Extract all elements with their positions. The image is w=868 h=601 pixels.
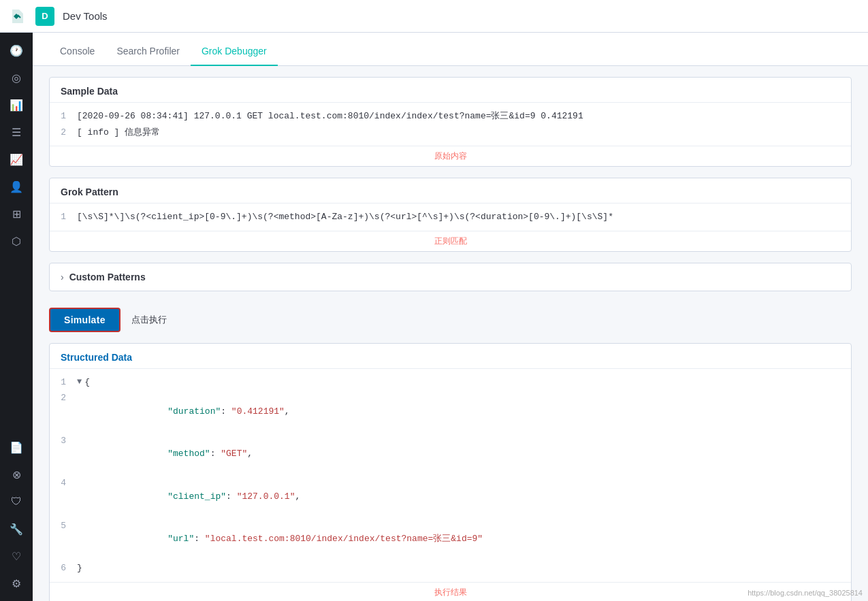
structured-line-4: 4 "client_ip": "127.0.0.1",	[50, 475, 851, 518]
simulate-section: Simulate 点击执行	[49, 302, 852, 343]
sidebar-icon-shield[interactable]: 🛡	[4, 489, 29, 514]
simulate-button[interactable]: Simulate	[49, 308, 120, 332]
chevron-right-icon: ›	[61, 272, 64, 282]
custom-patterns-card: › Custom Patterns	[49, 263, 852, 291]
custom-patterns-label: Custom Patterns	[69, 272, 146, 282]
content-area: Console Search Profiler Grok Debugger Sa…	[33, 33, 868, 601]
structured-data-header: Structured Data	[50, 344, 851, 368]
app-title: Dev Tools	[63, 10, 108, 22]
topbar: D Dev Tools	[0, 0, 868, 33]
simulate-hint: 点击执行	[131, 314, 167, 326]
structured-line-3: 3 "method": "GET",	[50, 433, 851, 476]
sidebar-icon-doc[interactable]: 📄	[4, 435, 29, 459]
grok-pattern-card: Grok Pattern 1 [\s\S]*\]\s(?<client_ip>[…	[49, 178, 852, 252]
sidebar-icon-box[interactable]: ⬡	[4, 229, 29, 253]
sidebar-icon-clock[interactable]: 🕐	[4, 38, 29, 63]
structured-data-code[interactable]: 1 ▼ { 2 "duration": "0.412191", 3 "metho…	[50, 368, 851, 582]
sample-data-header: Sample Data	[50, 78, 851, 102]
tab-grok-debugger[interactable]: Grok Debugger	[191, 37, 278, 66]
sidebar-icon-layers[interactable]: ⊗	[4, 462, 29, 487]
main-content: Sample Data 1 [2020-09-26 08:34:41] 127.…	[33, 66, 868, 601]
sample-line-2: 2 [ info ] 信息异常	[50, 125, 851, 141]
sample-data-card: Sample Data 1 [2020-09-26 08:34:41] 127.…	[49, 77, 852, 167]
sidebar: 🕐 ◎ 📊 ☰ 📈 👤 ⊞ ⬡ 📄 ⊗ 🛡 🔧 ♡ ⚙	[0, 33, 33, 601]
sidebar-icon-barchart[interactable]: 📈	[4, 147, 29, 172]
expand-arrow[interactable]: ▼	[77, 376, 82, 388]
structured-line-6: 6 }	[50, 560, 851, 576]
structured-line-1: 1 ▼ {	[50, 374, 851, 391]
user-avatar[interactable]: D	[35, 7, 54, 26]
custom-patterns-toggle[interactable]: › Custom Patterns	[50, 263, 851, 291]
sidebar-icon-tool[interactable]: 🔧	[4, 517, 29, 541]
sample-line-1: 1 [2020-09-26 08:34:41] 127.0.0.1 GET lo…	[50, 108, 851, 125]
grok-line-1: 1 [\s\S]*\]\s(?<client_ip>[0-9\.]+)\s(?<…	[50, 209, 851, 225]
grok-pattern-annotation: 正则匹配	[50, 231, 851, 251]
sidebar-icon-chart[interactable]: 📊	[4, 93, 29, 117]
app-logo[interactable]	[8, 7, 27, 26]
sidebar-icon-grid[interactable]: ⊞	[4, 201, 29, 226]
sample-data-code[interactable]: 1 [2020-09-26 08:34:41] 127.0.0.1 GET lo…	[50, 102, 851, 146]
tab-console[interactable]: Console	[49, 37, 106, 66]
sidebar-icon-heart[interactable]: ♡	[4, 544, 29, 568]
grok-pattern-header: Grok Pattern	[50, 178, 851, 203]
tab-bar: Console Search Profiler Grok Debugger	[33, 33, 868, 66]
sidebar-icon-person[interactable]: 👤	[4, 174, 29, 199]
tab-search-profiler[interactable]: Search Profiler	[106, 37, 191, 66]
structured-line-2: 2 "duration": "0.412191",	[50, 390, 851, 433]
grok-pattern-code[interactable]: 1 [\s\S]*\]\s(?<client_ip>[0-9\.]+)\s(?<…	[50, 203, 851, 231]
sidebar-icon-list[interactable]: ☰	[4, 120, 29, 144]
sidebar-icon-compass[interactable]: ◎	[4, 65, 29, 90]
sidebar-icon-gear[interactable]: ⚙	[4, 571, 29, 596]
sample-data-annotation: 原始内容	[50, 146, 851, 166]
structured-data-card: Structured Data 1 ▼ { 2 "duration": "0.4…	[49, 343, 852, 602]
structured-line-5: 5 "url": "local.test.com:8010/index/inde…	[50, 518, 851, 561]
structured-data-annotation: 执行结果	[50, 582, 851, 602]
